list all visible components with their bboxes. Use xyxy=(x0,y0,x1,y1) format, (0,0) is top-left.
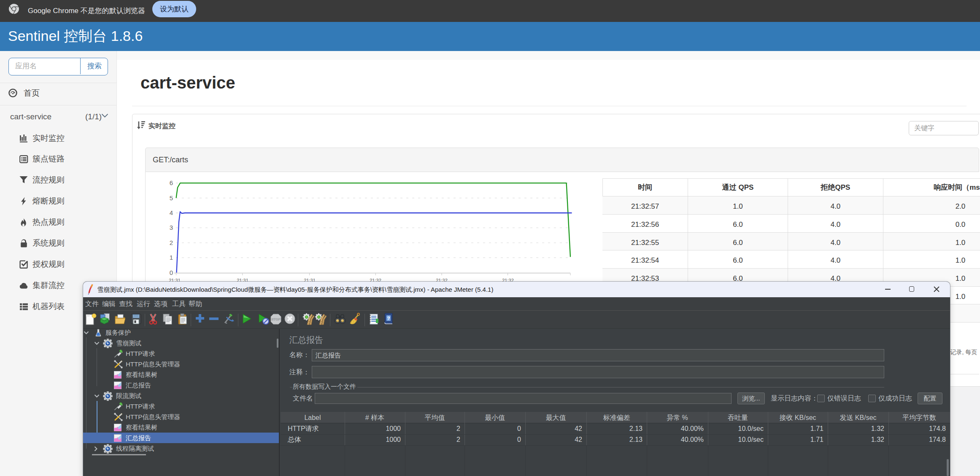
svg-text:?: ? xyxy=(387,316,390,321)
svg-text:STOP: STOP xyxy=(271,317,281,321)
